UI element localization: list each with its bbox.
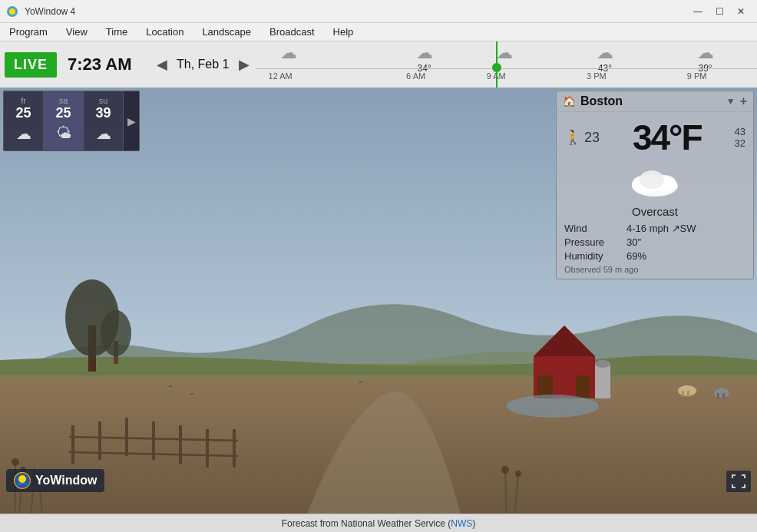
timeline: LIVE 7:23 AM ◀ Th, Feb 1 ▶ ☁☁34°☁☁43°☁39… — [0, 41, 757, 88]
feels-like: 🚶 23 — [564, 129, 600, 146]
menu-item-location[interactable]: Location — [137, 23, 193, 41]
svg-rect-26 — [687, 391, 689, 397]
location-name: Boston — [580, 94, 722, 108]
time-display: 7:23 AM — [68, 55, 144, 74]
nws-link[interactable]: NWS — [451, 518, 472, 529]
yowindow-logo: YoWindow — [6, 469, 104, 492]
timeline-dot — [492, 63, 501, 72]
pressure-label: Pressure — [564, 236, 622, 248]
svg-rect-20 — [576, 375, 590, 398]
timeline-label: 12 AM — [269, 71, 293, 81]
svg-point-23 — [507, 395, 599, 418]
svg-line-12 — [69, 452, 238, 456]
humidity-value: 69% — [626, 250, 646, 262]
svg-marker-18 — [534, 325, 595, 356]
weather-body: 🚶 23 34°F 43 32 Overcast Wind — [557, 112, 753, 279]
day-temp: 25 — [7, 105, 40, 121]
svg-rect-21 — [595, 364, 610, 398]
svg-rect-13 — [88, 325, 96, 372]
wind-label: Wind — [564, 223, 622, 234]
pressure-detail: Pressure 30" — [564, 236, 745, 248]
date-display: Th, Feb 1 — [177, 58, 229, 71]
timeline-label: 3 PM — [587, 71, 607, 81]
hi-temp: 43 — [735, 126, 745, 137]
svg-point-39 — [515, 471, 521, 477]
timeline-cloud-item: ☁ — [496, 43, 513, 63]
day-name: su — [87, 96, 120, 105]
logo-icon — [14, 472, 31, 489]
timeline-nav-right[interactable]: ▶ — [233, 53, 256, 76]
svg-point-16 — [101, 310, 131, 356]
day-icon: ☁ — [87, 124, 120, 143]
maximize-button[interactable]: ☐ — [709, 3, 729, 20]
svg-point-14 — [65, 279, 119, 356]
timeline-nav-left[interactable]: ◀ — [150, 53, 174, 76]
svg-line-36 — [505, 471, 507, 514]
humidity-detail: Humidity 69% — [564, 250, 745, 262]
svg-line-37 — [514, 475, 518, 514]
titlebar: YoWindow 4 — ☐ ✕ — [0, 0, 757, 23]
lo-temp: 32 — [735, 137, 745, 149]
hi-lo-temps: 43 32 — [735, 126, 745, 149]
forecast-source-text: Forecast from National Weather Service ( — [282, 518, 451, 529]
menu-item-view[interactable]: View — [57, 23, 97, 41]
forecast-next-button[interactable]: ▶ — [124, 91, 139, 150]
svg-rect-17 — [534, 356, 595, 398]
condition-text: Overcast — [564, 205, 745, 218]
minimize-button[interactable]: — — [688, 3, 708, 20]
forecast-panel: fr 25 ☁ sa 25 🌤 su 39 ☁ ▶ — [3, 91, 140, 151]
menubar: ProgramViewTimeLocationLandscapeBroadcas… — [0, 23, 757, 41]
svg-rect-19 — [537, 375, 553, 398]
titlebar-controls: — ☐ ✕ — [688, 3, 751, 20]
svg-rect-15 — [114, 341, 118, 364]
svg-rect-25 — [682, 391, 684, 397]
titlebar-left: YoWindow 4 — [6, 5, 75, 18]
weather-condition-icon — [564, 163, 745, 203]
day-icon: ☁ — [7, 124, 40, 143]
close-button[interactable]: ✕ — [731, 3, 751, 20]
timeline-scroll: ☁☁34°☁☁43°☁39° 12 AM6 AM9 AM3 PM9 PM — [256, 41, 758, 88]
weather-panel: 🏠 Boston ▼ + 🚶 23 34°F 43 32 — [556, 91, 754, 279]
svg-rect-29 — [722, 393, 725, 398]
svg-line-11 — [69, 437, 238, 441]
pressure-value: 30" — [626, 236, 641, 248]
person-icon: 🚶 — [564, 129, 581, 146]
forecast-day-fr[interactable]: fr 25 ☁ — [4, 91, 44, 150]
app-title: YoWindow 4 — [25, 6, 75, 17]
timeline-inner: ☁☁34°☁☁43°☁39° 12 AM6 AM9 AM3 PM9 PM — [256, 41, 758, 88]
observed-time: Observed 59 m ago — [564, 265, 745, 274]
forecast-day-sa[interactable]: sa 25 🌤 — [44, 91, 84, 150]
timeline-label: 6 AM — [406, 71, 425, 81]
menu-item-time[interactable]: Time — [97, 23, 137, 41]
forecast-day-su[interactable]: su 39 ☁ — [84, 91, 124, 150]
fullscreen-button[interactable] — [726, 471, 751, 492]
day-icon: 🌤 — [47, 124, 80, 142]
live-button[interactable]: LIVE — [5, 52, 57, 78]
forecast-source-end: ) — [472, 518, 475, 529]
menu-item-help[interactable]: Help — [324, 23, 363, 41]
logo-text: YoWindow — [35, 474, 97, 487]
weather-panel-header: 🏠 Boston ▼ + — [557, 91, 753, 112]
bottom-bar: Forecast from National Weather Service (… — [0, 514, 757, 532]
svg-point-34 — [12, 458, 19, 466]
svg-point-22 — [595, 360, 610, 368]
day-name: fr — [7, 96, 40, 105]
svg-point-1 — [9, 8, 15, 15]
main-temperature: 34°F — [633, 117, 702, 158]
day-name: sa — [47, 96, 80, 105]
menu-item-program[interactable]: Program — [0, 23, 57, 41]
add-location-button[interactable]: + — [740, 94, 747, 108]
svg-rect-28 — [717, 393, 719, 398]
timeline-labels: 12 AM6 AM9 AM3 PM9 PM — [256, 68, 758, 84]
wind-value: 4-16 mph ↗SW — [626, 223, 696, 234]
svg-point-45 — [18, 475, 26, 483]
main-scene: fr 25 ☁ sa 25 🌤 su 39 ☁ ▶ 🏠 Boston ▼ + 🚶… — [0, 88, 757, 514]
wind-detail: Wind 4-16 mph ↗SW — [564, 223, 745, 234]
humidity-label: Humidity — [564, 250, 622, 262]
timeline-label: 9 PM — [687, 71, 707, 81]
feels-like-temp: 23 — [584, 130, 600, 146]
menu-item-broadcast[interactable]: Broadcast — [260, 23, 324, 41]
location-dropdown[interactable]: ▼ — [726, 96, 736, 107]
svg-point-24 — [678, 385, 696, 396]
menu-item-landscape[interactable]: Landscape — [193, 23, 260, 41]
